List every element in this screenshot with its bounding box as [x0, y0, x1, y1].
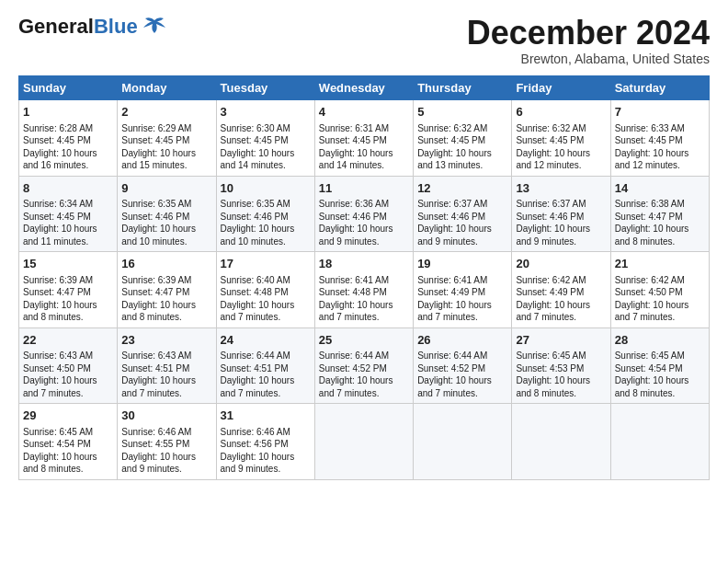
table-row: 21Sunrise: 6:42 AMSunset: 4:50 PMDayligh…	[610, 252, 709, 328]
day-info: Daylight: 10 hours	[319, 374, 409, 387]
day-info: Sunset: 4:48 PM	[319, 286, 409, 299]
day-info: and 7 minutes.	[417, 387, 507, 400]
day-info: Daylight: 10 hours	[221, 451, 311, 464]
day-info: and 12 minutes.	[615, 159, 705, 172]
day-info: and 8 minutes.	[23, 463, 113, 476]
day-number: 14	[615, 180, 705, 197]
day-info: and 7 minutes.	[615, 311, 705, 324]
day-info: Sunrise: 6:40 AM	[221, 274, 311, 287]
day-info: Sunset: 4:45 PM	[417, 134, 507, 147]
table-row: 14Sunrise: 6:38 AMSunset: 4:47 PMDayligh…	[610, 176, 709, 252]
day-info: Sunrise: 6:30 AM	[221, 122, 311, 135]
day-info: and 8 minutes.	[615, 236, 705, 248]
day-info: and 10 minutes.	[221, 236, 311, 248]
day-number: 21	[615, 256, 705, 272]
table-row: 4Sunrise: 6:31 AMSunset: 4:45 PMDaylight…	[314, 100, 413, 177]
day-info: Sunset: 4:53 PM	[516, 362, 606, 375]
day-info: Daylight: 10 hours	[23, 451, 113, 464]
day-info: Daylight: 10 hours	[221, 299, 311, 312]
day-info: Daylight: 10 hours	[516, 299, 606, 312]
day-number: 19	[417, 256, 507, 272]
location: Brewton, Alabama, United States	[467, 52, 710, 66]
day-info: Daylight: 10 hours	[121, 451, 211, 464]
day-info: Sunset: 4:45 PM	[319, 134, 409, 147]
day-info: Daylight: 10 hours	[516, 223, 606, 236]
day-info: Sunrise: 6:32 AM	[516, 122, 606, 135]
day-info: Sunset: 4:47 PM	[121, 286, 211, 299]
day-info: Daylight: 10 hours	[121, 223, 211, 236]
calendar-table: Sunday Monday Tuesday Wednesday Thursday…	[18, 75, 710, 480]
day-number: 7	[615, 104, 705, 121]
day-number: 8	[23, 180, 113, 197]
day-info: and 7 minutes.	[319, 311, 409, 324]
table-row: 7Sunrise: 6:33 AMSunset: 4:45 PMDaylight…	[610, 100, 709, 177]
month-title: December 2024	[467, 17, 710, 50]
day-info: Sunset: 4:45 PM	[516, 134, 606, 147]
logo: GeneralBlue	[18, 17, 167, 37]
day-info: Sunset: 4:54 PM	[615, 362, 705, 375]
table-row: 19Sunrise: 6:41 AMSunset: 4:49 PMDayligh…	[414, 252, 512, 328]
day-info: Daylight: 10 hours	[516, 374, 606, 387]
logo-text: GeneralBlue	[18, 17, 138, 37]
day-info: Sunset: 4:54 PM	[23, 438, 113, 451]
day-info: Daylight: 10 hours	[417, 374, 507, 387]
calendar-week-row: 1Sunrise: 6:28 AMSunset: 4:45 PMDaylight…	[19, 100, 710, 177]
day-info: Sunrise: 6:43 AM	[121, 350, 211, 362]
day-info: Daylight: 10 hours	[319, 147, 409, 160]
day-info: Sunrise: 6:35 AM	[221, 198, 311, 211]
page-container: GeneralBlue December 2024 Brewton, Alaba…	[0, 0, 728, 489]
day-info: Sunrise: 6:45 AM	[615, 350, 705, 362]
day-number: 6	[516, 104, 606, 121]
table-row: 5Sunrise: 6:32 AMSunset: 4:45 PMDaylight…	[414, 100, 512, 177]
table-row: 10Sunrise: 6:35 AMSunset: 4:46 PMDayligh…	[216, 176, 314, 252]
col-wednesday: Wednesday	[314, 76, 413, 100]
day-info: Sunrise: 6:37 AM	[516, 198, 606, 211]
day-number: 4	[319, 104, 409, 121]
logo-blue: Blue	[94, 15, 138, 38]
day-info: Daylight: 10 hours	[121, 299, 211, 312]
day-info: Sunrise: 6:46 AM	[221, 426, 311, 439]
day-info: Sunrise: 6:42 AM	[516, 274, 606, 287]
day-number: 23	[121, 332, 211, 349]
day-number: 29	[23, 408, 113, 424]
day-info: Daylight: 10 hours	[221, 223, 311, 236]
day-info: Sunrise: 6:34 AM	[23, 198, 113, 211]
day-info: Sunset: 4:51 PM	[221, 362, 311, 375]
day-info: Sunset: 4:45 PM	[121, 134, 211, 147]
day-info: and 7 minutes.	[221, 311, 311, 324]
calendar-week-row: 29Sunrise: 6:45 AMSunset: 4:54 PMDayligh…	[19, 404, 710, 480]
day-info: Sunrise: 6:31 AM	[319, 122, 409, 135]
day-info: and 9 minutes.	[121, 463, 211, 476]
day-info: and 7 minutes.	[221, 387, 311, 400]
day-info: and 8 minutes.	[516, 387, 606, 400]
day-info: Sunrise: 6:41 AM	[417, 274, 507, 287]
day-info: Sunrise: 6:42 AM	[615, 274, 705, 287]
day-info: Sunrise: 6:44 AM	[319, 350, 409, 362]
day-info: Sunset: 4:49 PM	[417, 286, 507, 299]
day-info: Sunrise: 6:45 AM	[516, 350, 606, 362]
day-info: and 9 minutes.	[417, 236, 507, 248]
day-info: Sunset: 4:46 PM	[417, 211, 507, 224]
day-info: Daylight: 10 hours	[417, 223, 507, 236]
day-number: 9	[121, 180, 211, 197]
day-info: Sunset: 4:46 PM	[319, 211, 409, 224]
day-number: 17	[221, 256, 311, 272]
day-info: and 7 minutes.	[417, 311, 507, 324]
day-info: Sunrise: 6:29 AM	[121, 122, 211, 135]
table-row	[314, 404, 413, 480]
table-row	[610, 404, 709, 480]
day-info: Sunrise: 6:28 AM	[23, 122, 113, 135]
day-info: and 11 minutes.	[23, 236, 113, 248]
day-info: Sunrise: 6:45 AM	[23, 426, 113, 439]
day-info: Daylight: 10 hours	[516, 147, 606, 160]
day-info: Daylight: 10 hours	[615, 147, 705, 160]
day-info: and 7 minutes.	[319, 387, 409, 400]
table-row: 8Sunrise: 6:34 AMSunset: 4:45 PMDaylight…	[19, 176, 118, 252]
day-info: Sunrise: 6:33 AM	[615, 122, 705, 135]
day-info: Sunrise: 6:36 AM	[319, 198, 409, 211]
table-row: 23Sunrise: 6:43 AMSunset: 4:51 PMDayligh…	[118, 327, 216, 404]
day-info: Sunset: 4:46 PM	[121, 211, 211, 224]
table-row: 13Sunrise: 6:37 AMSunset: 4:46 PMDayligh…	[512, 176, 610, 252]
table-row: 20Sunrise: 6:42 AMSunset: 4:49 PMDayligh…	[512, 252, 610, 328]
table-row: 17Sunrise: 6:40 AMSunset: 4:48 PMDayligh…	[216, 252, 314, 328]
